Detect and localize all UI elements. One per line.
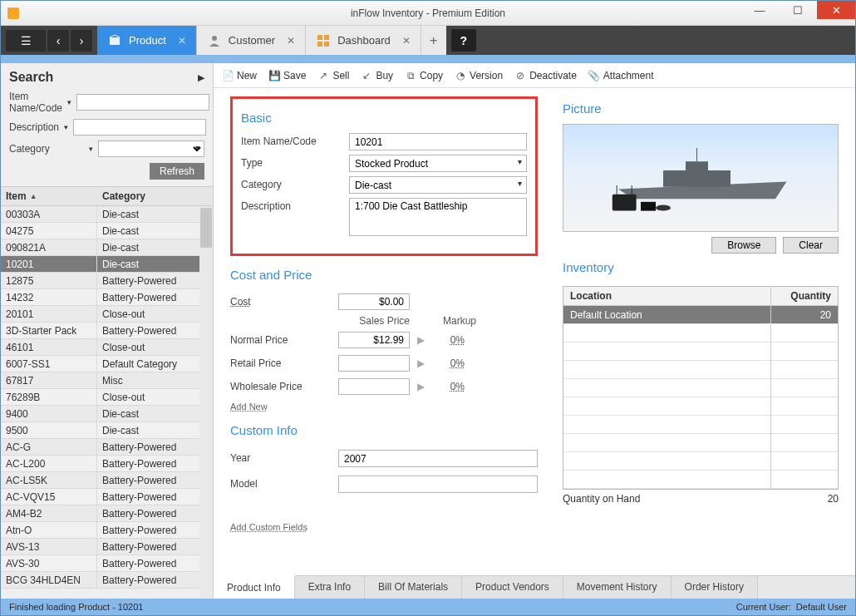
scrollbar-track[interactable] (199, 206, 213, 599)
inventory-row[interactable] (563, 416, 838, 434)
search-item-input[interactable] (76, 94, 209, 111)
detail-tab[interactable]: Product Info (214, 575, 295, 599)
inventory-row[interactable] (563, 397, 838, 416)
list-item[interactable]: 14232Battery-Powered (1, 289, 213, 306)
search-desc-input[interactable] (73, 119, 206, 136)
category-label: Category (241, 176, 349, 190)
name-input[interactable] (349, 133, 527, 150)
detail-tab[interactable]: Product Vendors (462, 576, 563, 599)
type-select[interactable]: Stocked Product (349, 155, 527, 172)
dropdown-icon[interactable]: ▾ (67, 98, 71, 106)
list-item[interactable]: 3D-Starter PackBattery-Powered (1, 323, 213, 339)
quantity-header[interactable]: Quantity (771, 287, 838, 305)
browse-button[interactable]: Browse (711, 237, 776, 254)
add-custom-fields-link[interactable]: Add Custom Fields (230, 522, 538, 532)
list-item[interactable]: AC-L200Battery-Powered (1, 456, 213, 472)
list-item[interactable]: AVS-30Battery-Powered (1, 555, 213, 572)
buy-button[interactable]: ↙Buy (361, 70, 393, 81)
inventory-row[interactable] (563, 324, 838, 342)
col-cat-header[interactable]: Category (102, 190, 208, 202)
list-item[interactable]: 6007-SS1Default Category (1, 356, 213, 372)
maximize-button[interactable]: ☐ (779, 1, 817, 19)
list-item[interactable]: 04275Die-cast (1, 223, 213, 239)
category-select[interactable]: Die-cast (349, 176, 527, 194)
cost-input[interactable] (338, 293, 410, 310)
wholesale-price-input[interactable] (338, 378, 410, 395)
retail-price-input[interactable] (338, 355, 410, 372)
inventory-row[interactable] (563, 452, 838, 471)
detail-tab[interactable]: Movement History (563, 576, 672, 599)
normal-markup[interactable]: 0% (431, 334, 465, 346)
version-button[interactable]: ◔Version (455, 70, 503, 81)
year-input[interactable] (338, 450, 538, 467)
normal-price-input[interactable] (338, 332, 410, 348)
results-list: 00303ADie-cast04275Die-cast090821ADie-ca… (1, 206, 213, 599)
wholesale-markup[interactable]: 0% (431, 381, 465, 392)
refresh-button[interactable]: Refresh (150, 163, 204, 180)
nav-forward[interactable]: › (71, 30, 92, 52)
deactivate-button[interactable]: ⊘Deactivate (514, 70, 577, 81)
nav-back[interactable]: ‹ (47, 30, 69, 52)
menu-button[interactable]: ☰ (6, 30, 46, 52)
retail-markup[interactable]: 0% (431, 357, 465, 369)
add-tab-button[interactable]: + (421, 26, 446, 55)
list-item[interactable]: 12875Battery-Powered (1, 273, 213, 289)
list-item[interactable]: 20101Close-out (1, 306, 213, 323)
tab-product[interactable]: Product ✕ (97, 26, 197, 55)
collapse-icon[interactable]: ▶ (198, 72, 204, 83)
list-item[interactable]: 00303ADie-cast (1, 206, 213, 223)
list-item[interactable]: 9400Die-cast (1, 406, 213, 422)
close-tab-icon[interactable]: ✕ (287, 35, 295, 47)
cat-cell: Close-out (97, 392, 213, 403)
list-item[interactable]: AC-LS5KBattery-Powered (1, 472, 213, 489)
add-new-price-link[interactable]: Add New (230, 402, 538, 411)
detail-tab[interactable]: Order History (672, 576, 758, 599)
minimize-button[interactable]: — (740, 1, 779, 19)
tab-customer[interactable]: Customer ✕ (197, 26, 306, 55)
inventory-row[interactable] (563, 434, 838, 452)
dropdown-icon[interactable]: ▾ (89, 145, 93, 153)
list-item[interactable]: 090821ADie-cast (1, 239, 213, 256)
list-item[interactable]: 9500Die-cast (1, 422, 213, 439)
clear-button[interactable]: Clear (783, 237, 839, 254)
location-header[interactable]: Location (563, 287, 771, 305)
close-tab-icon[interactable]: ✕ (178, 35, 186, 47)
svg-point-15 (656, 205, 671, 210)
save-button[interactable]: 💾Save (268, 70, 306, 81)
list-item[interactable]: AC-GBattery-Powered (1, 439, 213, 456)
detail-tab[interactable]: Bill Of Materials (365, 576, 462, 599)
scrollbar-thumb[interactable] (200, 208, 212, 248)
list-item[interactable]: 67817Misc (1, 372, 213, 389)
inventory-row[interactable] (563, 361, 838, 379)
arrow-icon[interactable]: ▶ (410, 357, 431, 369)
arrow-icon[interactable]: ▶ (410, 381, 431, 392)
list-item[interactable]: AM4-B2Battery-Powered (1, 505, 213, 522)
close-tab-icon[interactable]: ✕ (402, 35, 411, 47)
attachment-button[interactable]: 📎Attachment (588, 70, 654, 81)
inventory-row[interactable]: Default Location20 (563, 306, 838, 324)
desc-input[interactable]: 1:700 Die Cast Battleship (349, 198, 527, 236)
list-item[interactable]: 10201Die-cast (1, 256, 213, 273)
list-item[interactable]: AVS-13Battery-Powered (1, 539, 213, 555)
list-item[interactable]: Atn-OBattery-Powered (1, 522, 213, 539)
dropdown-icon[interactable]: ▾ (64, 123, 68, 131)
list-item[interactable]: AC-VQV15Battery-Powered (1, 489, 213, 505)
inventory-row[interactable] (563, 342, 838, 361)
inventory-row[interactable] (563, 379, 838, 397)
help-button[interactable]: ? (451, 29, 476, 52)
list-item[interactable]: 76289BClose-out (1, 389, 213, 406)
tab-dashboard[interactable]: Dashboard ✕ (306, 26, 421, 55)
search-cat-select[interactable] (98, 140, 204, 157)
close-button[interactable]: ✕ (817, 1, 855, 19)
cat-cell: Close-out (97, 342, 213, 353)
new-button[interactable]: 📄New (222, 70, 257, 81)
detail-tab[interactable]: Extra Info (295, 576, 365, 599)
col-item-header[interactable]: Item▲ (6, 190, 102, 202)
sell-button[interactable]: ↗Sell (317, 70, 349, 81)
inventory-row[interactable] (563, 471, 838, 489)
copy-button[interactable]: ⧉Copy (405, 70, 443, 81)
model-input[interactable] (338, 476, 538, 493)
list-item[interactable]: 46101Close-out (1, 339, 213, 356)
arrow-icon[interactable]: ▶ (410, 334, 431, 346)
list-item[interactable]: BCG 34HLD4ENBattery-Powered (1, 572, 213, 589)
